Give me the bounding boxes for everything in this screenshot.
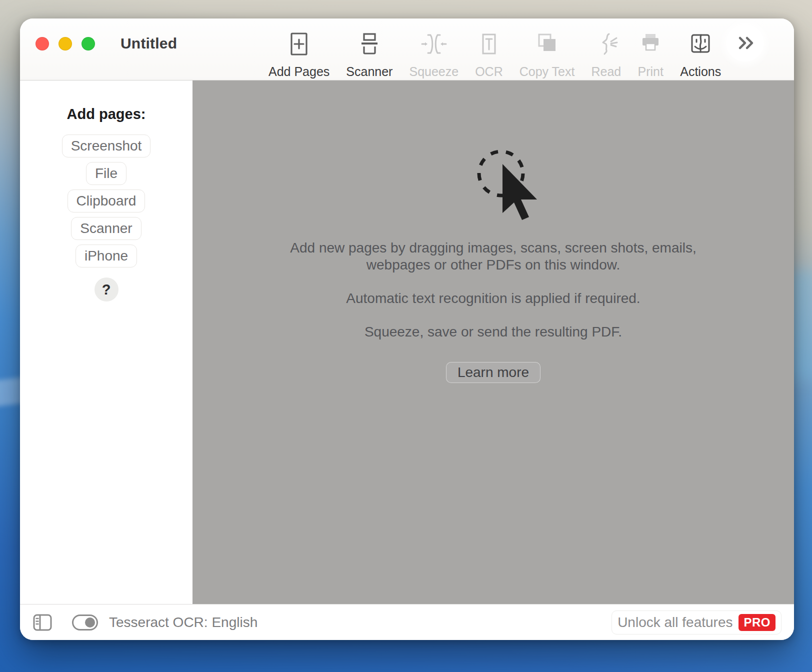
toolbar-label: Print [638, 64, 664, 79]
toolbar-label: OCR [475, 64, 503, 79]
toolbar: Add Pages Scanner [268, 18, 721, 80]
dropzone-message-squeeze: Squeeze, save or send the resulting PDF. [364, 324, 622, 340]
add-pages-icon [286, 31, 312, 57]
unlock-all-features-button[interactable]: Unlock all features PRO [612, 610, 782, 634]
copy-text-icon [534, 31, 560, 57]
toolbar-print: Print [638, 18, 664, 79]
toggle-sidebar-button[interactable] [33, 614, 52, 632]
toolbar-label: Actions [680, 64, 721, 79]
add-from-scanner-button[interactable]: Scanner [71, 217, 141, 240]
pro-badge: PRO [738, 614, 776, 631]
add-from-file-button[interactable]: File [86, 162, 126, 185]
window-body: Add pages: Screenshot File Clipboard Sca… [20, 80, 794, 604]
close-window-button[interactable] [36, 37, 49, 50]
unlock-label: Unlock all features [618, 614, 732, 630]
window-title: Untitled [120, 35, 177, 52]
titlebar: Untitled Add Pages [20, 18, 794, 80]
status-bar: Tesseract OCR: English Unlock all featur… [20, 604, 794, 640]
squeeze-icon [421, 31, 447, 57]
ocr-icon [476, 31, 502, 57]
toolbar-add-pages[interactable]: Add Pages [268, 18, 330, 79]
sidebar: Add pages: Screenshot File Clipboard Sca… [20, 80, 192, 604]
toolbar-label: Copy Text [520, 64, 575, 79]
scanner-icon [356, 31, 382, 57]
dropzone-message-ocr: Automatic text recognition is applied if… [346, 290, 640, 307]
help-button[interactable]: ? [94, 278, 118, 302]
toggle-knob [85, 618, 95, 628]
ocr-status-label: Tesseract OCR: English [109, 614, 258, 630]
toolbar-scanner[interactable]: Scanner [346, 18, 392, 79]
actions-finder-icon [688, 31, 714, 57]
toolbar-actions[interactable]: Actions [680, 18, 721, 79]
drop-zone[interactable]: Add new pages by dragging images, scans,… [192, 80, 794, 604]
app-window: Untitled Add Pages [20, 18, 794, 640]
click-drag-cursor-icon [470, 142, 545, 222]
learn-more-button[interactable]: Learn more [446, 362, 540, 383]
toolbar-ocr: OCR [475, 18, 503, 79]
desktop: Untitled Add Pages [0, 0, 812, 672]
add-from-screenshot-button[interactable]: Screenshot [62, 134, 151, 158]
add-from-clipboard-button[interactable]: Clipboard [68, 190, 146, 212]
zoom-window-button[interactable] [82, 37, 95, 50]
sidebar-heading: Add pages: [67, 106, 146, 122]
toolbar-overflow-button[interactable] [726, 24, 764, 62]
toolbar-label: Squeeze [409, 64, 458, 79]
add-from-iphone-button[interactable]: iPhone [76, 244, 137, 268]
read-aloud-icon [593, 31, 619, 57]
toolbar-squeeze: Squeeze [409, 18, 458, 79]
toolbar-copy-text: Copy Text [520, 18, 575, 79]
print-icon [638, 31, 664, 57]
chevrons-right-icon [734, 33, 756, 53]
toolbar-label: Read [591, 64, 621, 79]
ocr-toggle-switch[interactable] [72, 614, 98, 630]
dropzone-message-primary: Add new pages by dragging images, scans,… [290, 240, 696, 274]
minimize-window-button[interactable] [58, 37, 72, 50]
toolbar-read: Read [591, 18, 621, 79]
toolbar-label: Scanner [346, 64, 392, 79]
traffic-lights [36, 37, 95, 50]
toolbar-label: Add Pages [268, 64, 330, 79]
sidebar-panel-icon [33, 614, 52, 632]
